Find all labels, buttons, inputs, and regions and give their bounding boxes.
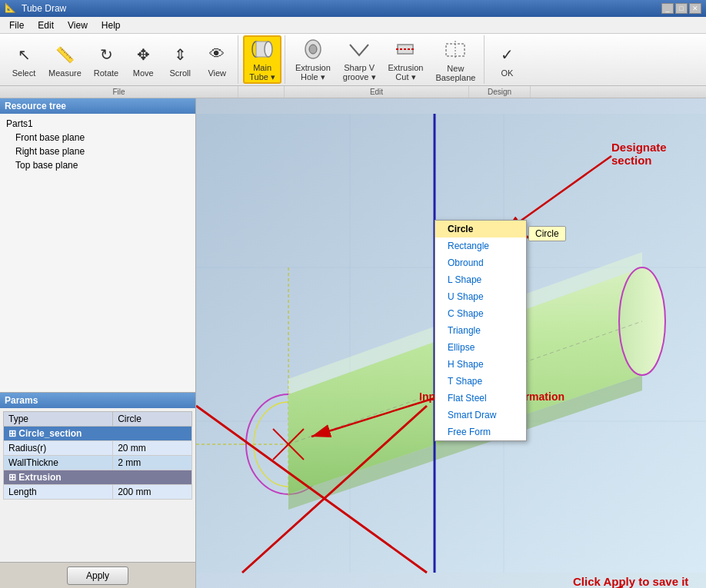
sharp-groove-button[interactable]: Sharp Vgroove ▾ [338,35,381,84]
dropdown-item-triangle[interactable]: Triangle [435,322,526,339]
extrusion-section-header: ⊞ Extrusion [4,470,192,485]
main-tube-icon [250,37,275,61]
main-tube-label: MainTube ▾ [249,63,275,82]
rotate-icon: ↻ [94,42,118,67]
new-baseplane-label: NewBaseplane [435,64,475,82]
measure-icon: 📏 [52,42,77,67]
toolbar-group-design: ✓ OK [486,35,528,84]
scroll-label: Scroll [169,68,191,78]
extrusion-hole-icon [301,37,325,61]
sharp-groove-label: Sharp Vgroove ▾ [343,63,376,82]
measure-button[interactable]: 📏 Measure [43,35,87,84]
view-label: View [208,68,226,78]
extrusion-hole-button[interactable]: ExtrusionHole ▾ [290,35,336,84]
move-icon: ✥ [131,42,155,67]
params-table: Type Circle ⊞ Circle_section Radius(r) 2… [3,411,192,500]
tree-item-parts1[interactable]: Parts1 [3,117,192,131]
toolbar-group-file: ↖ Select 📏 Measure ↻ Rotate ✥ Move ⇕ Scr… [3,35,238,84]
ok-button[interactable]: ✓ OK [489,35,525,84]
wall-thickness-value[interactable]: 2 mm [113,456,192,470]
extrusion-cut-label: ExtrusionCut ▾ [388,63,424,82]
toolbar-group-edit: ExtrusionHole ▾ Sharp Vgroove ▾ Extru [287,35,485,84]
main-layout: Resource tree Parts1 Front base plane Ri… [0,98,706,588]
menu-bar: File Edit View Help [0,17,706,34]
extrusion-section-label: ⊞ Extrusion [4,470,192,485]
file-group-label: File [0,86,238,98]
edit-group-label: Edit [285,86,469,98]
dropdown-item-cshape[interactable]: C Shape [435,305,526,322]
apply-button[interactable]: Apply [67,566,128,585]
window-controls: _ □ ✕ [661,3,701,14]
maximize-button[interactable]: □ [675,3,688,14]
scroll-button[interactable]: ⇕ Scroll [162,35,198,84]
svg-point-4 [309,45,317,54]
new-baseplane-icon [443,38,468,62]
tree-item-front[interactable]: Front base plane [3,131,192,145]
rotate-label: Rotate [94,68,118,78]
length-label: Length [4,485,113,500]
app-icon: 📐 [5,2,17,15]
move-label: Move [133,68,154,78]
dropdown-menu: Circle Rectangle Obround L Shape U Shape… [435,220,527,441]
dropdown-item-rectangle[interactable]: Rectangle [435,238,526,254]
length-value[interactable]: 200 mm [113,485,192,500]
dropdown-item-circle[interactable]: Circle [435,221,526,238]
resource-tree: Resource tree Parts1 Front base plane Ri… [0,98,195,393]
select-label: Select [12,68,36,78]
ok-label: OK [501,68,513,78]
ok-icon: ✓ [495,42,519,67]
menu-edit[interactable]: Edit [32,18,60,32]
tree-item-right[interactable]: Right base plane [3,145,192,158]
extrusion-hole-label: ExtrusionHole ▾ [295,63,331,82]
dropdown-item-flatsteel[interactable]: Flat Steel [435,390,526,407]
rotate-button[interactable]: ↻ Rotate [88,35,124,84]
title-bar: 📐 Tube Draw _ □ ✕ [0,0,706,17]
svg-point-2 [265,42,272,57]
dropdown-item-obround[interactable]: Obround [435,254,526,271]
menu-help[interactable]: Help [95,18,127,32]
toolbar-wrapper: ↖ Select 📏 Measure ↻ Rotate ✥ Move ⇕ Scr… [0,34,706,98]
value-col-header: Circle [113,412,192,427]
length-row: Length 200 mm [4,485,192,500]
dropdown-item-ushape[interactable]: U Shape [435,288,526,305]
menu-file[interactable]: File [3,18,30,32]
bottom-bar: Apply [0,562,195,588]
circle-section-label: ⊞ Circle_section [4,427,192,441]
view-button[interactable]: 👁 View [199,35,235,84]
menu-view[interactable]: View [62,18,94,32]
toolbar: ↖ Select 📏 Measure ↻ Rotate ✥ Move ⇕ Scr… [0,34,706,86]
measure-label: Measure [48,68,82,78]
move-button[interactable]: ✥ Move [125,35,161,84]
extrusion-cut-icon [393,37,418,61]
dropdown-item-lshape[interactable]: L Shape [435,271,526,288]
dropdown-item-tshape[interactable]: T Shape [435,373,526,390]
wall-thickness-row: WallThickne 2 mm [4,456,192,470]
dropdown-item-hshape[interactable]: H Shape [435,356,526,373]
view-icon: 👁 [205,42,229,67]
close-button[interactable]: ✕ [689,3,701,14]
design-group-label: Design [469,86,531,98]
tree-item-top[interactable]: Top base plane [3,158,192,172]
scroll-icon: ⇕ [168,42,192,67]
app-title: Tube Draw [22,3,66,14]
extrusion-cut-button[interactable]: ExtrusionCut ▾ [383,35,429,84]
params-panel: Params Type Circle ⊞ Circle_section Radi… [0,393,195,562]
dropdown-item-ellipse[interactable]: Ellipse [435,339,526,356]
left-panel: Resource tree Parts1 Front base plane Ri… [0,98,196,588]
type-col-header: Type [4,412,113,427]
radius-value[interactable]: 20 mm [113,441,192,456]
minimize-button[interactable]: _ [661,3,674,14]
radius-label: Radius(r) [4,441,113,456]
viewport[interactable]: Circle Rectangle Obround L Shape U Shape… [196,98,706,588]
select-button[interactable]: ↖ Select [6,35,42,84]
wall-thickness-label: WallThickne [4,456,113,470]
main-tube-button[interactable]: MainTube ▾ [243,35,281,84]
resource-tree-header: Resource tree [0,98,195,114]
main-group-label [238,86,285,98]
dropdown-item-smartdraw[interactable]: Smart Draw [435,407,526,424]
sharp-groove-icon [347,37,371,61]
new-baseplane-button[interactable]: NewBaseplane [430,35,481,84]
tooltip-bubble: Circle [528,226,566,241]
dropdown-item-freeform[interactable]: Free Form [435,424,526,440]
circle-section-header: ⊞ Circle_section [4,427,192,441]
